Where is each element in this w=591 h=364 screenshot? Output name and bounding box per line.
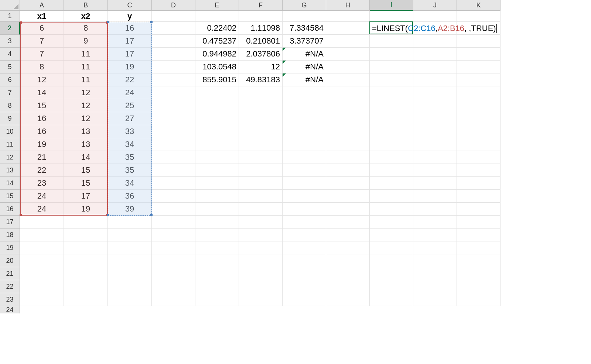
cell-G20[interactable] xyxy=(283,254,326,267)
cell-B7[interactable]: 12 xyxy=(64,86,108,99)
cell-C9[interactable]: 27 xyxy=(108,112,152,125)
cell-K18[interactable] xyxy=(457,229,501,241)
row-header-16[interactable]: 16 xyxy=(0,203,20,216)
cell-C17[interactable] xyxy=(108,216,152,229)
cell-E13[interactable] xyxy=(195,164,239,177)
cell-G22[interactable] xyxy=(283,280,326,293)
cell-C19[interactable] xyxy=(108,241,152,254)
cell-H23[interactable] xyxy=(326,293,370,306)
row-header-19[interactable]: 19 xyxy=(0,241,20,254)
cell-H10[interactable] xyxy=(326,125,370,138)
cell-K22[interactable] xyxy=(457,280,501,293)
cell-A6[interactable]: 12 xyxy=(20,73,64,86)
cell-C1[interactable]: y xyxy=(108,11,152,22)
cell-K1[interactable] xyxy=(457,11,501,22)
cell-K5[interactable] xyxy=(457,61,501,73)
cell-H9[interactable] xyxy=(326,112,370,125)
cell-D19[interactable] xyxy=(152,241,195,254)
cell-I1[interactable] xyxy=(370,11,413,22)
cell-J6[interactable] xyxy=(413,73,457,86)
cell-J9[interactable] xyxy=(413,112,457,125)
cell-E12[interactable] xyxy=(195,151,239,164)
cell-K6[interactable] xyxy=(457,73,501,86)
cell-C22[interactable] xyxy=(108,280,152,293)
cell-E17[interactable] xyxy=(195,216,239,229)
cell-I20[interactable] xyxy=(370,254,413,267)
cell-E2[interactable]: 0.22402 xyxy=(195,22,239,35)
cell-G2[interactable]: 7.334584 xyxy=(283,22,326,35)
cell-H7[interactable] xyxy=(326,86,370,99)
cell-B13[interactable]: 15 xyxy=(64,164,108,177)
cell-J8[interactable] xyxy=(413,99,457,112)
cell-K10[interactable] xyxy=(457,125,501,138)
cell-G23[interactable] xyxy=(283,293,326,306)
cell-A16[interactable]: 24 xyxy=(20,203,64,216)
cell-C15[interactable]: 36 xyxy=(108,190,152,203)
cell-B20[interactable] xyxy=(64,254,108,267)
cell-J5[interactable] xyxy=(413,61,457,73)
cell-G11[interactable] xyxy=(283,138,326,151)
cell-E18[interactable] xyxy=(195,229,239,241)
cell-E23[interactable] xyxy=(195,293,239,306)
column-header-F[interactable]: F xyxy=(239,0,283,11)
cell-E21[interactable] xyxy=(195,267,239,280)
cell-H19[interactable] xyxy=(326,241,370,254)
cell-A21[interactable] xyxy=(20,267,64,280)
cell-F16[interactable] xyxy=(239,203,283,216)
cell-I8[interactable] xyxy=(370,99,413,112)
cell-E4[interactable]: 0.944982 xyxy=(195,48,239,61)
cell-B4[interactable]: 11 xyxy=(64,48,108,61)
cell-A11[interactable]: 19 xyxy=(20,138,64,151)
cell-C18[interactable] xyxy=(108,229,152,241)
cell-K11[interactable] xyxy=(457,138,501,151)
cell-C3[interactable]: 17 xyxy=(108,35,152,48)
cell-D14[interactable] xyxy=(152,177,195,190)
row-header-22[interactable]: 22 xyxy=(0,280,20,293)
cell-J1[interactable] xyxy=(413,11,457,22)
cell-H20[interactable] xyxy=(326,254,370,267)
cell-I7[interactable] xyxy=(370,86,413,99)
cell-H3[interactable] xyxy=(326,35,370,48)
formula-editing[interactable]: =LINEST(C2:C16, A2:B16, , TRUE) xyxy=(370,22,498,35)
row-header-13[interactable]: 13 xyxy=(0,164,20,177)
column-header-E[interactable]: E xyxy=(195,0,239,11)
row-header-18[interactable]: 18 xyxy=(0,229,20,241)
cell-B10[interactable]: 13 xyxy=(64,125,108,138)
row-header-21[interactable]: 21 xyxy=(0,267,20,280)
cell-J16[interactable] xyxy=(413,203,457,216)
cell-G6[interactable]: #N/A xyxy=(283,73,326,86)
cell-D21[interactable] xyxy=(152,267,195,280)
cell-D1[interactable] xyxy=(152,11,195,22)
cell-F17[interactable] xyxy=(239,216,283,229)
cell-H22[interactable] xyxy=(326,280,370,293)
cell-F4[interactable]: 2.037806 xyxy=(239,48,283,61)
cell-K4[interactable] xyxy=(457,48,501,61)
cell-G17[interactable] xyxy=(283,216,326,229)
cell-K13[interactable] xyxy=(457,164,501,177)
row-header-4[interactable]: 4 xyxy=(0,48,20,61)
cell-F9[interactable] xyxy=(239,112,283,125)
cell-F6[interactable]: 49.83183 xyxy=(239,73,283,86)
cell-A3[interactable]: 7 xyxy=(20,35,64,48)
row-header-3[interactable]: 3 xyxy=(0,35,20,48)
cell-B14[interactable]: 15 xyxy=(64,177,108,190)
cell-K14[interactable] xyxy=(457,177,501,190)
cell-H18[interactable] xyxy=(326,229,370,241)
cell-F22[interactable] xyxy=(239,280,283,293)
column-header-B[interactable]: B xyxy=(64,0,108,11)
cell-E3[interactable]: 0.475237 xyxy=(195,35,239,48)
cell-K8[interactable] xyxy=(457,99,501,112)
cell-J12[interactable] xyxy=(413,151,457,164)
cell-F15[interactable] xyxy=(239,190,283,203)
cell-H14[interactable] xyxy=(326,177,370,190)
cell-J23[interactable] xyxy=(413,293,457,306)
cell-D15[interactable] xyxy=(152,190,195,203)
cell-C6[interactable]: 22 xyxy=(108,73,152,86)
cell-K9[interactable] xyxy=(457,112,501,125)
cell-A22[interactable] xyxy=(20,280,64,293)
cell-B12[interactable]: 14 xyxy=(64,151,108,164)
cell-E7[interactable] xyxy=(195,86,239,99)
cell-C23[interactable] xyxy=(108,293,152,306)
cell-K17[interactable] xyxy=(457,216,501,229)
cell-D5[interactable] xyxy=(152,61,195,73)
